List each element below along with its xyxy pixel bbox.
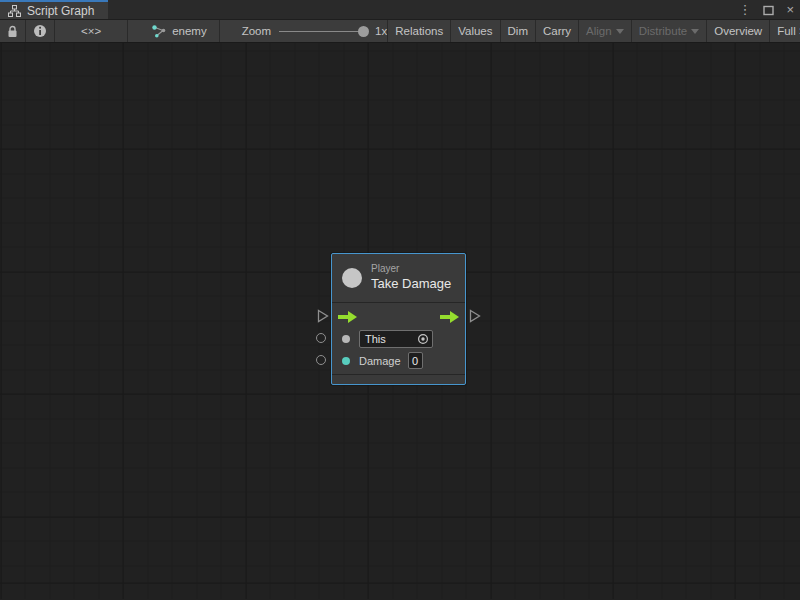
relations-label: Relations: [395, 25, 443, 37]
damage-port-label: Damage: [359, 355, 401, 367]
close-icon[interactable]: ×: [786, 0, 794, 20]
flow-out-arrow-icon[interactable]: [440, 311, 459, 323]
zoom-control: Zoom 1x: [242, 20, 388, 42]
breadcrumb[interactable]: enemy: [142, 20, 220, 42]
values-button[interactable]: Values: [450, 20, 499, 42]
overview-label: Overview: [714, 25, 762, 37]
zoom-value: 1x: [375, 25, 387, 37]
distribute-button: Distribute: [631, 20, 707, 42]
node-footer: [332, 374, 465, 385]
overview-button[interactable]: Overview: [706, 20, 769, 42]
flow-output-port[interactable]: [469, 309, 481, 323]
window-menu-icon[interactable]: ⋮: [738, 0, 751, 20]
damage-row: Damage 0: [332, 350, 465, 372]
graph-toolbar: <×> enemy Zoom 1x Relations Values Dim: [0, 20, 800, 43]
node-header[interactable]: Player Take Damage: [332, 254, 465, 302]
fullscreen-label: Full Screen: [777, 25, 800, 37]
graph-asset-icon: [152, 25, 167, 38]
take-damage-node[interactable]: Player Take Damage: [331, 253, 466, 385]
damage-port-dot[interactable]: [342, 357, 350, 365]
damage-value-field[interactable]: 0: [408, 352, 423, 369]
toolbar-buttons: Relations Values Dim Carry Align Distrib…: [387, 20, 800, 42]
code-preview-button[interactable]: <×>: [55, 20, 128, 42]
zoom-label: Zoom: [242, 25, 271, 37]
damage-input-port[interactable]: [316, 355, 326, 365]
align-label: Align: [586, 25, 612, 37]
tab-title: Script Graph: [27, 4, 94, 18]
flow-in-arrow-icon[interactable]: [338, 311, 357, 323]
dropdown-arrow-icon: [616, 29, 624, 34]
values-label: Values: [458, 25, 492, 37]
window-tab-bar: Script Graph ⋮ ×: [0, 0, 800, 20]
this-object-field[interactable]: This: [359, 330, 433, 348]
carry-label: Carry: [543, 25, 571, 37]
breadcrumb-label: enemy: [172, 25, 207, 37]
node-body: This Damage 0: [332, 303, 465, 374]
maximize-icon[interactable]: [763, 5, 774, 16]
this-field-label: This: [365, 333, 417, 345]
info-icon: [33, 24, 47, 38]
zoom-slider[interactable]: [279, 31, 367, 32]
dim-button[interactable]: Dim: [500, 20, 535, 42]
distribute-label: Distribute: [639, 25, 688, 37]
object-picker-icon[interactable]: [417, 333, 429, 345]
relations-button[interactable]: Relations: [387, 20, 450, 42]
lock-button[interactable]: [0, 20, 26, 42]
this-port-dot[interactable]: [342, 335, 350, 343]
graph-hierarchy-icon: [8, 5, 21, 17]
dim-label: Dim: [508, 25, 528, 37]
node-subtitle: Player: [371, 263, 451, 276]
fullscreen-button[interactable]: Full Screen: [769, 20, 800, 42]
window-controls: ⋮ ×: [738, 0, 794, 20]
take-damage-node-group: Player Take Damage: [331, 253, 466, 385]
flow-row: [332, 306, 465, 328]
info-button[interactable]: [26, 20, 55, 42]
player-sphere-icon: [342, 268, 362, 288]
graph-canvas[interactable]: Player Take Damage: [0, 43, 800, 599]
node-title: Take Damage: [371, 276, 451, 292]
carry-button[interactable]: Carry: [535, 20, 578, 42]
this-row: This: [332, 328, 465, 350]
dropdown-arrow-icon: [691, 29, 699, 34]
this-input-port[interactable]: [316, 333, 326, 343]
flow-input-port[interactable]: [317, 309, 329, 323]
code-preview-label: <×>: [81, 25, 101, 37]
lock-icon: [7, 25, 18, 38]
align-button: Align: [578, 20, 631, 42]
tab-script-graph[interactable]: Script Graph: [0, 0, 108, 19]
zoom-slider-handle[interactable]: [358, 26, 369, 37]
